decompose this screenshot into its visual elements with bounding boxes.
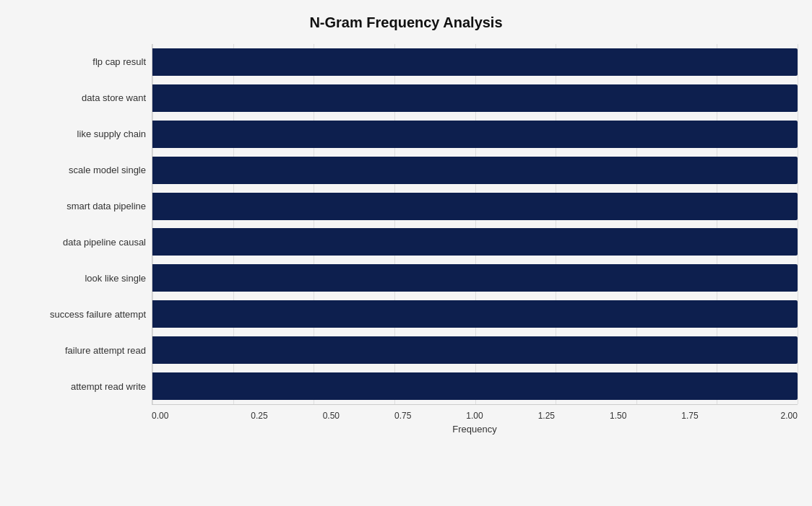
x-tick: 1.50 [582, 411, 654, 421]
x-axis-label: Frequency [152, 424, 798, 435]
y-label: data store want [14, 90, 146, 107]
bar [152, 336, 798, 364]
x-tick: 0.75 [367, 411, 439, 421]
y-label: look like single [14, 270, 146, 287]
plot-area [152, 44, 798, 405]
y-labels: flp cap resultdata store wantlike supply… [14, 44, 152, 405]
bar [152, 48, 798, 76]
x-axis: 0.000.250.500.751.001.251.501.752.00 [152, 405, 798, 421]
x-tick: 2.00 [726, 411, 798, 421]
bar-row [152, 118, 798, 151]
bar [152, 264, 798, 292]
bar-row [152, 154, 798, 187]
bar [152, 228, 798, 256]
y-label: attempt read write [14, 378, 146, 396]
y-label: success failure attempt [14, 306, 146, 323]
x-tick: 0.50 [295, 411, 367, 421]
bar-row [152, 261, 798, 295]
chart-area: flp cap resultdata store wantlike supply… [14, 44, 798, 435]
chart-title: N-Gram Frequency Analysis [14, 14, 798, 31]
bar-row [152, 225, 798, 258]
y-label: flp cap result [14, 53, 146, 71]
bar-row [152, 190, 798, 223]
bar-row [152, 333, 798, 367]
y-label: smart data pipeline [14, 198, 146, 215]
x-tick: 1.25 [511, 411, 582, 421]
x-tick: 1.00 [439, 411, 510, 421]
bar-row [152, 370, 798, 403]
bars-section: flp cap resultdata store wantlike supply… [14, 44, 798, 405]
gridline [798, 44, 798, 404]
bar-row [152, 82, 798, 115]
x-tick: 1.75 [654, 411, 725, 421]
y-label: failure attempt read [14, 342, 146, 359]
x-tick: 0.25 [223, 411, 295, 421]
x-tick: 0.00 [152, 411, 223, 421]
bar [152, 372, 798, 400]
bar-row [152, 297, 798, 331]
bar [152, 157, 798, 184]
y-label: scale model single [14, 162, 146, 179]
bar [152, 121, 798, 148]
y-label: like supply chain [14, 126, 146, 143]
bar [152, 300, 798, 328]
bar-row [152, 45, 798, 79]
y-label: data pipeline causal [14, 234, 146, 251]
bar [152, 193, 798, 220]
bar [152, 84, 798, 112]
chart-container: N-Gram Frequency Analysis flp cap result… [0, 0, 812, 506]
